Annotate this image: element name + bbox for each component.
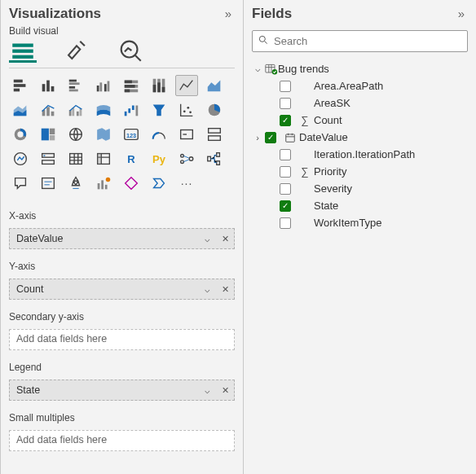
visualization-gallery: 123 R Py ··· — [1, 75, 243, 202]
viz-donut[interactable] — [9, 124, 32, 145]
x-axis-well[interactable]: DateValue ⌵ ✕ — [9, 228, 235, 249]
viz-gauge[interactable] — [148, 124, 170, 145]
viz-clustered-bar[interactable] — [64, 75, 87, 96]
checkbox[interactable] — [280, 115, 291, 126]
chevron-right-icon[interactable]: › — [250, 133, 265, 143]
viz-100-stacked-column[interactable] — [148, 75, 170, 96]
viz-card[interactable] — [175, 124, 198, 145]
viz-waterfall[interactable] — [120, 99, 143, 121]
y-axis-well[interactable]: Count ⌵ ✕ — [9, 279, 235, 300]
viz-pie[interactable] — [203, 99, 226, 121]
viz-qna[interactable] — [9, 173, 32, 194]
field-row[interactable]: ∑ Priority — [249, 163, 471, 180]
remove-icon[interactable]: ✕ — [216, 380, 234, 400]
remove-icon[interactable]: ✕ — [216, 229, 234, 248]
viz-map[interactable] — [64, 124, 87, 145]
collapse-icon[interactable]: » — [455, 5, 468, 22]
field-row[interactable]: WorkItemType — [249, 214, 471, 231]
svg-rect-14 — [97, 86, 99, 91]
viz-line-stacked-column[interactable] — [37, 99, 60, 121]
viz-power-apps[interactable] — [120, 173, 143, 194]
field-name: Count — [314, 114, 342, 126]
viz-funnel[interactable] — [148, 99, 170, 121]
checkbox[interactable] — [280, 217, 291, 229]
viz-slicer[interactable] — [37, 148, 60, 169]
viz-matrix[interactable] — [92, 148, 115, 169]
viz-scorecard[interactable] — [92, 173, 115, 194]
svg-rect-15 — [99, 82, 102, 91]
field-row[interactable]: AreaSK — [249, 94, 471, 112]
svg-rect-54 — [209, 129, 221, 134]
field-name: Severity — [314, 182, 352, 195]
viz-r-script[interactable]: R — [120, 148, 143, 169]
viz-stacked-column[interactable] — [37, 75, 60, 96]
svg-rect-71 — [101, 180, 104, 189]
checkbox[interactable] — [280, 200, 291, 212]
secondary-y-well[interactable]: Add data fields here — [9, 329, 235, 350]
viz-scatter[interactable] — [175, 99, 198, 121]
viz-kpi[interactable] — [9, 148, 32, 169]
sigma-icon: ∑ — [298, 114, 312, 126]
viz-python[interactable]: Py — [148, 148, 170, 169]
svg-rect-68 — [217, 161, 220, 165]
build-tab-format[interactable] — [63, 40, 90, 63]
viz-line-clustered-column[interactable] — [64, 99, 87, 121]
viz-table[interactable] — [64, 148, 87, 169]
legend-well[interactable]: State ⌵ ✕ — [9, 380, 235, 401]
field-name: Area.AreaPath — [314, 80, 383, 92]
field-row[interactable]: State — [249, 197, 471, 214]
svg-point-46 — [17, 131, 23, 137]
checkbox[interactable] — [280, 98, 291, 109]
checkbox[interactable] — [265, 132, 276, 143]
svg-rect-58 — [42, 160, 55, 165]
small-multiples-well[interactable]: Add data fields here — [9, 430, 235, 451]
viz-multi-row-card[interactable] — [203, 124, 226, 145]
viz-decomposition-tree[interactable] — [203, 148, 226, 169]
viz-smart-narrative[interactable] — [37, 173, 60, 194]
fields-header: Fields » — [244, 0, 476, 25]
chevron-down-icon[interactable]: ⌵ — [198, 279, 216, 299]
checkbox[interactable] — [280, 166, 291, 178]
build-tab-analytics[interactable] — [117, 40, 144, 63]
checkbox[interactable] — [280, 183, 291, 195]
checkbox[interactable] — [280, 81, 291, 92]
search-box[interactable] — [252, 30, 468, 52]
collapse-icon[interactable]: » — [222, 5, 235, 22]
table-row-bug-trends[interactable]: ⌵ Bug trends — [249, 60, 471, 77]
chevron-down-icon[interactable]: ⌵ — [250, 64, 265, 74]
viz-clustered-column[interactable] — [92, 75, 115, 96]
search-input[interactable] — [274, 35, 462, 47]
svg-point-43 — [189, 111, 192, 113]
viz-stacked-area[interactable] — [9, 99, 32, 121]
svg-point-73 — [106, 178, 111, 182]
svg-rect-9 — [51, 86, 55, 91]
field-row[interactable]: › DateValue — [249, 129, 471, 146]
viz-treemap[interactable] — [37, 124, 60, 145]
svg-rect-39 — [132, 106, 134, 111]
viz-power-automate[interactable] — [148, 173, 170, 194]
svg-rect-4 — [14, 80, 23, 83]
viz-100-stacked-bar[interactable] — [120, 75, 143, 96]
viz-key-influencers[interactable] — [175, 148, 198, 169]
svg-rect-31 — [46, 107, 50, 116]
field-row[interactable]: Iteration.IterationPath — [249, 146, 471, 163]
viz-paginated-report[interactable] — [64, 173, 87, 194]
svg-rect-10 — [69, 80, 77, 82]
visualizations-header: Visualizations » — [1, 0, 243, 25]
remove-icon[interactable]: ✕ — [216, 279, 234, 299]
svg-rect-17 — [108, 81, 110, 92]
viz-area-chart[interactable] — [203, 75, 226, 96]
viz-ribbon[interactable] — [92, 99, 115, 121]
chevron-down-icon[interactable]: ⌵ — [198, 380, 216, 400]
field-row[interactable]: Area.AreaPath — [249, 77, 471, 94]
viz-azure-map[interactable]: 123 — [120, 124, 143, 145]
field-row[interactable]: Severity — [249, 180, 471, 197]
viz-more[interactable]: ··· — [175, 173, 198, 194]
checkbox[interactable] — [280, 149, 291, 160]
viz-line-chart[interactable] — [175, 75, 198, 96]
chevron-down-icon[interactable]: ⌵ — [198, 229, 216, 248]
viz-stacked-bar[interactable] — [9, 75, 32, 96]
viz-filled-map[interactable] — [92, 124, 115, 145]
build-tab-fields[interactable] — [9, 40, 37, 63]
field-row[interactable]: ∑ Count — [249, 112, 471, 129]
